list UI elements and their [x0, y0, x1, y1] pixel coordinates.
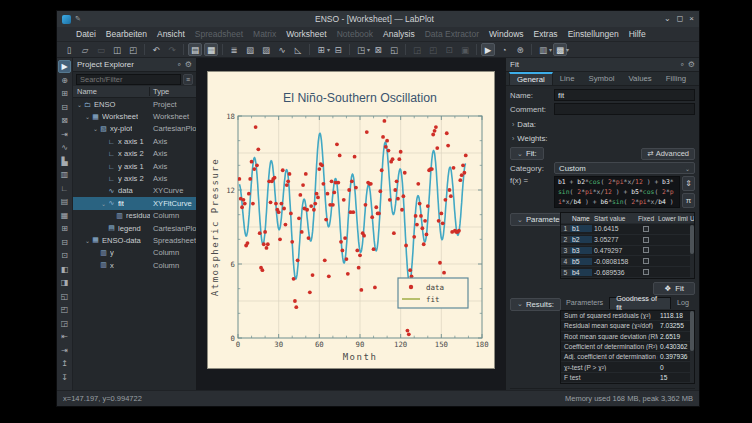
chevron-down-icon[interactable]: ⌄ — [92, 125, 99, 132]
results-section-toggle[interactable]: ⌄ Results: — [510, 298, 561, 311]
parameter-row-b4[interactable]: 5b4-0.689536 — [561, 267, 694, 278]
add-plot-icon[interactable]: ≣ — [227, 43, 241, 56]
tree-item-xy-plot[interactable]: ⌄▧xy-plotCartesianPlot — [73, 123, 196, 135]
results-tab-parameters[interactable]: Parameters — [560, 297, 609, 309]
tree-item-residuals[interactable]: ▥residualsColumn — [73, 210, 196, 222]
filter-options-button[interactable]: ≡ — [183, 74, 193, 85]
navigate-select-icon[interactable]: ▶ — [58, 60, 71, 73]
color-scheme-combo-icon[interactable]: ▩ — [553, 43, 567, 56]
parameter-name[interactable]: b5 — [570, 258, 592, 265]
add-histogram-icon[interactable]: ▙ — [58, 155, 71, 168]
zoom-fit-icon[interactable]: ⊡ — [58, 249, 71, 262]
zoom-x-select-icon[interactable]: ⊟ — [58, 101, 71, 114]
tree-item-x[interactable]: ▥xColumn — [73, 259, 196, 271]
fixed-checkbox[interactable] — [643, 226, 649, 232]
parameter-start-value[interactable]: 0.479297 — [592, 247, 636, 254]
tree-item-x-axis-2[interactable]: ∟x axis 2Axis — [73, 148, 196, 160]
parameter-start-value[interactable]: -0.689536 — [592, 269, 636, 276]
zoom-fit-x-icon[interactable]: ◧ — [58, 263, 71, 276]
menu-worksheet[interactable]: Worksheet — [281, 29, 331, 39]
cursor-tool-icon[interactable]: ⇥ — [58, 128, 71, 141]
tree-item-fit[interactable]: ⌄∿fitXYFitCurve — [73, 197, 196, 209]
parameter-row-b1[interactable]: 1b110.6415 — [561, 224, 694, 235]
zoom-out-icon[interactable]: ⊟ — [331, 43, 345, 56]
worksheet-view[interactable]: 0306090120150180061218El Niño-Southern O… — [197, 58, 505, 390]
chevron-down-icon[interactable]: ▾ — [327, 46, 330, 53]
open-project-icon[interactable]: ▱ — [78, 43, 92, 56]
auto-scale-icon[interactable]: ◱ — [58, 290, 71, 303]
expand-formula-button[interactable]: ⇕ — [682, 176, 695, 191]
tree-item-y[interactable]: ▥yColumn — [73, 247, 196, 259]
scrollbar[interactable] — [690, 225, 694, 278]
add-text-icon[interactable]: ▨ — [259, 43, 273, 56]
grid-icon[interactable]: ⊠ — [371, 43, 385, 56]
add-boxplot-icon[interactable]: ▥ — [58, 168, 71, 181]
formula-editor[interactable]: b1 + b2*cos( 2*pi*x/12 ) + b3*sin( 2*pi*… — [554, 176, 680, 208]
shift-down-icon[interactable]: ↧ — [58, 371, 71, 384]
parameter-row-b5[interactable]: 4b5-0.0808158 — [561, 256, 694, 267]
chevron-down-icon[interactable]: ⌄ — [84, 237, 91, 244]
parameter-row-b2[interactable]: 2b23.05277 — [561, 235, 694, 246]
name-field[interactable] — [554, 89, 695, 101]
worksheet-sheet[interactable]: 0306090120150180061218El Niño-Southern O… — [207, 71, 495, 369]
tab-line[interactable]: Line — [553, 72, 582, 85]
tree-item-enso[interactable]: ⌄🗀ENSOProject — [73, 98, 196, 110]
crosshair-icon[interactable]: ⊕ — [58, 74, 71, 87]
theme-combo-icon[interactable]: ▥ — [536, 43, 550, 56]
tree-item-worksheet[interactable]: ⌄▦WorksheetWorksheet — [73, 110, 196, 122]
fixed-checkbox[interactable] — [643, 269, 649, 275]
parameter-row-b3[interactable]: 3b30.479297 — [561, 246, 694, 257]
zoom-in-combo-icon[interactable]: ⊞ — [314, 43, 328, 56]
new-project-icon[interactable]: ▯ — [62, 43, 76, 56]
zoom-out-icon[interactable]: ⊟ — [58, 236, 71, 249]
auto-scale-x-icon[interactable]: ◰ — [58, 303, 71, 316]
minimize-button[interactable]: ⌄ — [664, 14, 671, 24]
zoom-y-select-icon[interactable]: ⊠ — [58, 114, 71, 127]
parameter-start-value[interactable]: 10.6415 — [592, 225, 636, 232]
parameter-start-value[interactable]: 3.05277 — [592, 236, 636, 243]
auto-scale-y-icon[interactable]: ◲ — [58, 317, 71, 330]
undo-icon[interactable]: ↶ — [149, 43, 163, 56]
tree-item-y-axis-2[interactable]: ∟y axis 2Axis — [73, 172, 196, 184]
menu-bearbeiten[interactable]: Bearbeiten — [101, 29, 152, 39]
pan-mode-icon[interactable]: ▦ — [204, 43, 218, 56]
dock-float-icon[interactable]: ∘ — [680, 60, 685, 69]
add-textlabel-icon[interactable]: ▦ — [58, 209, 71, 222]
add-legend-icon[interactable]: ▤ — [58, 195, 71, 208]
zoom-in-icon[interactable]: ⊞ — [58, 222, 71, 235]
data-section-toggle[interactable]: › Data: — [512, 119, 695, 130]
scrollbar[interactable] — [690, 311, 694, 383]
tree-header-name[interactable]: Name — [73, 87, 150, 96]
fixed-checkbox[interactable] — [643, 237, 649, 243]
tab-symbol[interactable]: Symbol — [582, 72, 622, 85]
goodness-of-fit-table[interactable]: Sum of squared residuals (χ²)1118.18Resi… — [560, 310, 695, 384]
tree-header-type[interactable]: Type — [150, 87, 196, 96]
xy-plot[interactable]: 0306090120150180061218El Niño-Southern O… — [208, 72, 494, 368]
parameter-name[interactable]: b3 — [570, 247, 592, 254]
zoom-fit-y-icon[interactable]: ◨ — [58, 276, 71, 289]
pause-icon[interactable]: ◔ — [497, 43, 511, 56]
print-icon[interactable]: ◫ — [110, 43, 124, 56]
menu-datei[interactable]: Datei — [71, 29, 101, 39]
tree-item-enso-data[interactable]: ⌄▦ENSO-dataSpreadsheet — [73, 234, 196, 246]
chevron-down-icon[interactable]: ▾ — [367, 46, 370, 53]
add-curve-icon[interactable]: ▧ — [243, 43, 257, 56]
tab-general[interactable]: General — [509, 72, 553, 85]
run-fit-button[interactable]: ❖ Fit — [653, 282, 695, 295]
parameter-start-value[interactable]: -0.0808158 — [592, 258, 636, 265]
dock-float-icon[interactable]: ∘ — [177, 60, 182, 69]
fit-section-toggle[interactable]: ⌄ Fit: — [510, 147, 544, 160]
comment-field[interactable] — [554, 103, 695, 115]
export-icon[interactable]: ◰ — [126, 43, 140, 56]
settings-icon[interactable]: ⊛ — [513, 43, 527, 56]
add-xy-curve-icon[interactable]: ∿ — [58, 141, 71, 154]
shift-right-icon[interactable]: ⇥ — [58, 344, 71, 357]
menu-extras[interactable]: Extras — [529, 29, 563, 39]
zoom-select-icon[interactable]: ⊞ — [58, 87, 71, 100]
tree-item-x-axis-1[interactable]: ∟x axis 1Axis — [73, 135, 196, 147]
menu-hilfe[interactable]: Hilfe — [624, 29, 651, 39]
snap-icon[interactable]: ◱ — [387, 43, 401, 56]
shift-left-icon[interactable]: ⇤ — [58, 330, 71, 343]
dock-close-icon[interactable]: ⚙ — [688, 60, 695, 69]
menu-einstellungen[interactable]: Einstellungen — [563, 29, 624, 39]
